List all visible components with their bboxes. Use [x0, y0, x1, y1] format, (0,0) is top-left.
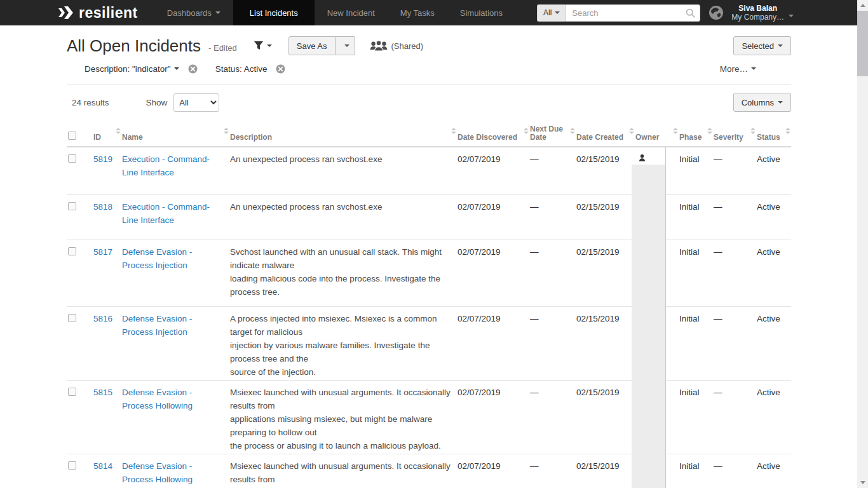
sort-icon[interactable]	[524, 128, 529, 134]
user-menu[interactable]: Siva Balan My Company…	[731, 4, 794, 22]
filter-row: Description: "indicator" Status: Active	[67, 61, 791, 76]
date-discovered: 02/07/2019	[456, 240, 529, 306]
nav-right-controls: All Siva Bala	[537, 0, 794, 25]
incident-description: An unexpected process ran svchost.exe	[229, 195, 456, 240]
phase-value: Initial	[678, 147, 712, 194]
chevron-down-icon	[215, 11, 220, 14]
incident-id-link[interactable]: 5815	[93, 388, 112, 397]
vertical-scrollbar[interactable]	[857, 0, 868, 488]
nav-item-new-incident[interactable]: New Incident	[315, 0, 388, 25]
status-value: Active	[756, 307, 790, 380]
results-row: 24 results Show All Columns	[67, 93, 791, 112]
columns-button[interactable]: Columns	[733, 93, 791, 112]
incident-id-link[interactable]: 5817	[93, 247, 112, 257]
filter-chip-description[interactable]: Description: "indicator"	[85, 64, 179, 74]
phase-value: Initial	[678, 195, 712, 240]
sort-icon[interactable]	[673, 128, 678, 134]
main-content: All Open Incidents - Edited Save As	[0, 25, 857, 488]
search-icon[interactable]	[685, 8, 696, 21]
nav-item-list-incidents[interactable]: List Incidents	[233, 0, 315, 25]
sort-icon[interactable]	[451, 128, 456, 134]
remove-status-filter-icon[interactable]	[276, 64, 285, 74]
incident-name-link[interactable]: Execution - Command-Line Interface	[122, 202, 210, 225]
nav-item-simulations[interactable]: Simulations	[447, 0, 515, 25]
sort-icon[interactable]	[750, 128, 756, 134]
row-checkbox[interactable]	[68, 388, 76, 396]
chevron-down-icon	[344, 44, 349, 47]
row-checkbox[interactable]	[68, 154, 76, 163]
owner-person-icon[interactable]	[638, 154, 646, 162]
date-created: 02/15/2019	[575, 195, 634, 240]
scrollbar-up-button[interactable]	[857, 0, 868, 11]
nav-item-dashboards[interactable]: Dashboards	[154, 0, 233, 25]
severity-value: —	[712, 381, 756, 454]
filter-funnel-button[interactable]	[254, 41, 272, 51]
column-header-owner: Owner	[634, 125, 678, 146]
incident-id-link[interactable]: 5816	[93, 314, 112, 323]
incident-name-link[interactable]: Defense Evasion - Process Hollowing	[122, 388, 193, 410]
column-header-name: Name	[121, 125, 229, 146]
scrollbar-thumb[interactable]	[857, 11, 868, 76]
section-divider	[67, 84, 791, 85]
page-title: All Open Incidents	[67, 36, 201, 56]
status-value: Active	[756, 454, 790, 488]
select-all-checkbox[interactable]	[68, 132, 76, 140]
search-input[interactable]	[566, 4, 700, 22]
next-due-date: —	[529, 147, 575, 194]
column-header-date-created: Date Created	[575, 125, 634, 146]
globe-icon[interactable]	[709, 5, 724, 20]
sort-icon[interactable]	[116, 128, 121, 134]
row-checkbox[interactable]	[68, 314, 76, 322]
incident-id-link[interactable]: 5819	[93, 154, 112, 164]
row-checkbox[interactable]	[68, 202, 76, 210]
search-scope-button[interactable]: All	[537, 4, 566, 22]
shared-indicator: (Shared)	[369, 39, 424, 53]
brand-text: resilient	[79, 4, 138, 22]
shared-label: (Shared)	[391, 41, 424, 51]
show-label: Show	[146, 98, 168, 107]
incident-id-link[interactable]: 5818	[93, 202, 112, 212]
scrollbar-down-button[interactable]	[857, 477, 868, 488]
date-discovered: 02/07/2019	[456, 307, 529, 380]
sort-icon[interactable]	[707, 128, 712, 134]
incident-name-link[interactable]: Defense Evasion - Process Injection	[122, 247, 192, 270]
column-header-status: Status	[756, 125, 790, 146]
incident-id-link[interactable]: 5814	[93, 461, 112, 471]
table-row: 5814 Defense Evasion - Process Hollowing…	[67, 454, 791, 488]
column-guide-line	[665, 147, 666, 488]
sort-icon[interactable]	[224, 128, 229, 134]
incident-name-link[interactable]: Execution - Command-Line Interface	[122, 154, 210, 177]
table-header: ID Name Description Date Discovered Next…	[67, 125, 791, 147]
date-created: 02/15/2019	[575, 240, 634, 306]
sort-icon[interactable]	[785, 128, 790, 134]
incident-name-link[interactable]: Defense Evasion - Process Hollowing	[122, 461, 193, 484]
date-discovered: 02/07/2019	[456, 454, 529, 488]
selected-button[interactable]: Selected	[733, 36, 791, 55]
sort-icon[interactable]	[629, 128, 634, 134]
page: resilient Dashboards List Incidents New …	[0, 0, 868, 488]
save-as-button[interactable]: Save As	[288, 36, 336, 55]
funnel-icon	[254, 41, 264, 51]
save-as-caret-button[interactable]	[336, 36, 355, 55]
table-row: 5819 Execution - Command-Line Interface …	[67, 147, 791, 195]
resilient-logo[interactable]: resilient	[57, 0, 154, 25]
more-filters-link[interactable]: More…	[720, 64, 756, 74]
show-select[interactable]: All	[173, 93, 219, 112]
filter-chip-status[interactable]: Status: Active	[215, 64, 268, 74]
severity-value: —	[712, 307, 756, 380]
row-checkbox[interactable]	[68, 461, 76, 470]
chevron-down-icon	[174, 67, 179, 70]
row-checkbox[interactable]	[68, 247, 76, 255]
date-created: 02/15/2019	[575, 381, 634, 454]
status-value: Active	[756, 240, 790, 306]
nav-item-my-tasks[interactable]: My Tasks	[388, 0, 447, 25]
sort-icon[interactable]	[570, 128, 575, 134]
table-row: 5816 Defense Evasion - Process Injection…	[67, 307, 791, 381]
owner-column-highlight	[632, 165, 665, 488]
incident-description: An unexpected process ran svchost.exe	[229, 147, 456, 194]
remove-description-filter-icon[interactable]	[188, 64, 198, 74]
severity-value: —	[712, 240, 756, 306]
date-created: 02/15/2019	[575, 147, 634, 194]
severity-value: —	[712, 147, 756, 194]
incident-name-link[interactable]: Defense Evasion - Process Injection	[122, 314, 192, 337]
